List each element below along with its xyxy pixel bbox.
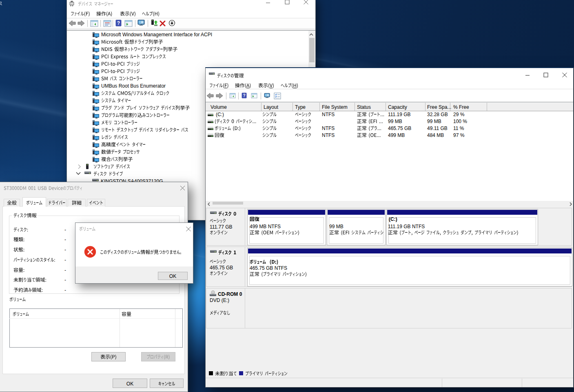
svg-text:CD-ROM 0: CD-ROM 0 — [218, 291, 242, 297]
svg-text:99 MB: 99 MB — [427, 119, 441, 124]
svg-text:-: - — [64, 227, 66, 233]
svg-text:111.77 GB: 111.77 GB — [210, 224, 233, 230]
svg-text:?: ? — [117, 20, 120, 26]
svg-text:Status: Status — [357, 104, 371, 110]
svg-text:Layout: Layout — [264, 104, 279, 110]
svg-text:465.75 GB NTFS: 465.75 GB NTFS — [250, 265, 287, 271]
svg-text:File System: File System — [322, 104, 348, 110]
svg-text:Type: Type — [295, 104, 306, 110]
svg-text:32.28 GB: 32.28 GB — [427, 112, 448, 117]
svg-text:-: - — [64, 257, 66, 263]
svg-text:NTFS: NTFS — [322, 126, 335, 131]
svg-text:111.19 GB: 111.19 GB — [388, 112, 411, 117]
svg-text:OK: OK — [169, 273, 176, 279]
svg-text:OK: OK — [126, 381, 133, 387]
svg-text:(C:): (C:) — [216, 112, 224, 117]
svg-text:-: - — [64, 287, 66, 293]
svg-text:111.19 GB NTFS: 111.19 GB NTFS — [388, 224, 425, 229]
svg-text:(C:): (C:) — [389, 216, 397, 222]
svg-text:UMBus Root Bus Enumerator: UMBus Root Bus Enumerator — [101, 83, 166, 89]
svg-text:499 MB: 499 MB — [388, 132, 405, 138]
svg-text:Microsoft Windows Management I: Microsoft Windows Management Interface f… — [101, 32, 212, 37]
svg-text:NTFS: NTFS — [322, 112, 335, 117]
svg-text:NTFS: NTFS — [322, 132, 335, 138]
svg-text:DVD (E:): DVD (E:) — [210, 297, 229, 303]
svg-text:Free Spa...: Free Spa... — [427, 104, 451, 110]
svg-text:Volume: Volume — [211, 104, 227, 110]
svg-text:499 MB NTFS: 499 MB NTFS — [250, 224, 281, 229]
svg-text:99 MB: 99 MB — [388, 119, 402, 124]
svg-text:-: - — [64, 237, 66, 242]
svg-text:-: - — [64, 267, 66, 273]
svg-text:11 %: 11 % — [453, 126, 464, 131]
svg-text:465.75 GB: 465.75 GB — [388, 126, 411, 131]
svg-text:-: - — [64, 277, 66, 283]
svg-text:% Free: % Free — [453, 104, 469, 110]
svg-text:100 %: 100 % — [453, 119, 467, 124]
svg-text:Capacity: Capacity — [388, 104, 407, 110]
svg-text:484 MB: 484 MB — [427, 132, 444, 138]
svg-text:?: ? — [243, 93, 245, 98]
svg-text:99 MB: 99 MB — [329, 224, 344, 229]
svg-text:-: - — [64, 247, 66, 253]
svg-text:465.75 GB: 465.75 GB — [210, 265, 233, 271]
svg-text:49.11 GB: 49.11 GB — [427, 126, 448, 131]
svg-text:29 %: 29 % — [453, 112, 465, 117]
svg-text:97 %: 97 % — [453, 132, 465, 138]
